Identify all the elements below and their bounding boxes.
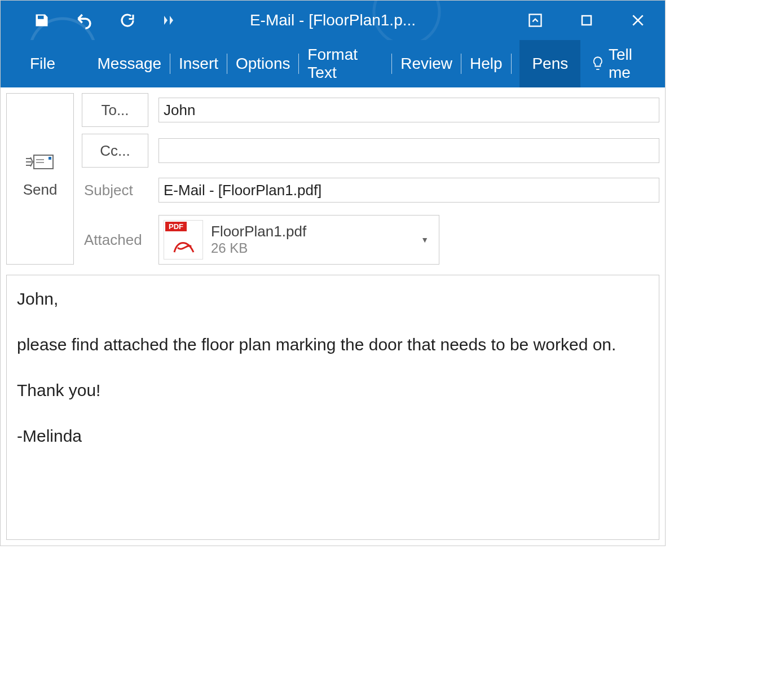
svg-rect-0 (530, 15, 541, 27)
ribbon-separator (170, 54, 170, 74)
pdf-file-icon: PDF (164, 220, 203, 260)
attached-label: Attached (82, 231, 148, 249)
tab-review[interactable]: Review (395, 40, 458, 87)
tab-insert[interactable]: Insert (173, 40, 224, 87)
tab-pens[interactable]: Pens (519, 40, 580, 87)
attachment-name: FloorPlan1.pdf (211, 223, 306, 240)
cc-field[interactable] (158, 138, 659, 163)
tab-message[interactable]: Message (91, 40, 167, 87)
attachment-chip[interactable]: PDF FloorPlan1.pdf 26 KB ▼ (158, 215, 439, 265)
save-icon[interactable] (32, 10, 52, 30)
close-icon[interactable] (628, 10, 648, 30)
tell-me-search[interactable]: Tell me (580, 46, 665, 82)
tab-format-text[interactable]: Format Text (302, 40, 389, 87)
send-label: Send (23, 181, 58, 199)
ribbon-tabs: File Message Insert Options Format Text … (1, 40, 665, 87)
chevron-down-icon[interactable]: ▼ (421, 235, 429, 244)
minimize-to-tray-icon[interactable] (525, 10, 545, 30)
quick-access-toolbar (1, 10, 180, 30)
maximize-icon[interactable] (576, 10, 597, 30)
cc-button[interactable]: Cc... (82, 134, 148, 168)
svg-rect-1 (582, 16, 591, 25)
attachment-size: 26 KB (211, 240, 306, 257)
pdf-badge: PDF (165, 222, 187, 231)
subject-field[interactable] (158, 178, 659, 203)
window-controls (525, 1, 648, 40)
to-field[interactable] (158, 98, 659, 122)
tell-me-label: Tell me (609, 46, 654, 82)
window-title: E-Mail - [FloorPlan1.p... (250, 11, 416, 29)
tab-options[interactable]: Options (230, 40, 296, 87)
message-body[interactable]: John, please find attached the floor pla… (6, 275, 659, 540)
ribbon-separator (391, 54, 392, 74)
qat-overflow-icon[interactable] (160, 10, 180, 30)
ribbon-separator (298, 54, 299, 74)
svg-rect-3 (49, 157, 51, 160)
redo-icon[interactable] (117, 10, 138, 30)
to-button[interactable]: To... (82, 93, 148, 127)
adobe-swoosh-icon (172, 235, 196, 257)
lightbulb-icon (592, 55, 604, 72)
title-bar: E-Mail - [FloorPlan1.p... (1, 1, 665, 40)
ribbon-separator (461, 54, 461, 74)
undo-icon[interactable] (74, 10, 95, 30)
tab-file[interactable]: File (1, 40, 71, 87)
ribbon-separator (511, 54, 512, 74)
subject-label: Subject (82, 182, 148, 199)
compose-area: Send To... Cc... Subject Attached (1, 87, 665, 546)
compose-window: E-Mail - [FloorPlan1.p... File Message I… (0, 0, 666, 546)
ribbon-separator (227, 54, 227, 74)
send-button[interactable]: Send (6, 93, 74, 265)
send-envelope-icon (25, 153, 55, 172)
tab-help[interactable]: Help (464, 40, 508, 87)
